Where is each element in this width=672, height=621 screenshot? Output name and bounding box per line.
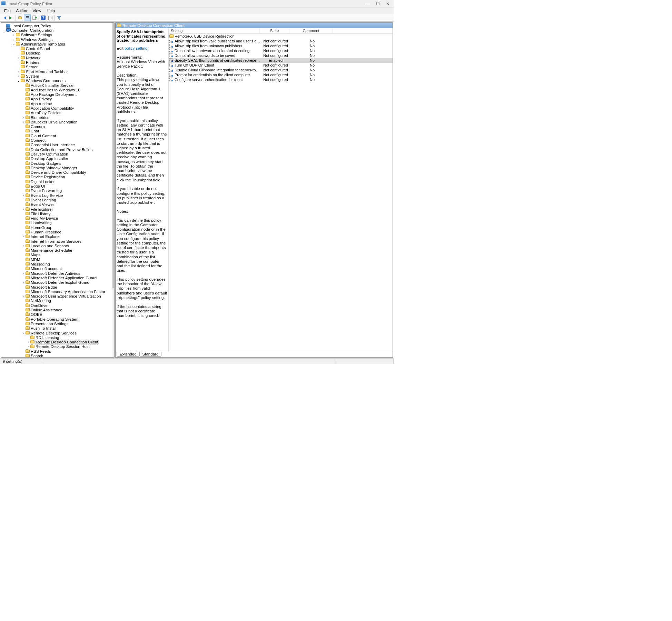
tree-item[interactable]: Maps bbox=[1, 253, 114, 257]
tree-item[interactable]: ›Windows Settings bbox=[1, 37, 114, 42]
chevron-right-icon[interactable]: › bbox=[12, 38, 16, 41]
tree-item[interactable]: Human Presence bbox=[1, 230, 114, 234]
chevron-right-icon[interactable]: › bbox=[26, 340, 30, 344]
tree-item[interactable]: Presentation Settings bbox=[1, 321, 114, 326]
chevron-right-icon[interactable]: › bbox=[26, 345, 30, 348]
forward-button[interactable] bbox=[8, 14, 15, 21]
titlebar[interactable]: Local Group Policy Editor — ☐ ✕ bbox=[0, 0, 394, 8]
help-button[interactable]: ? bbox=[40, 14, 47, 21]
tree-item[interactable]: Control Panel bbox=[1, 46, 114, 51]
tree-item[interactable]: Microsoft Defender Application Guard bbox=[1, 276, 114, 280]
list-row[interactable]: Disable Cloud Clipboard integration for … bbox=[169, 68, 393, 72]
close-button[interactable]: ✕ bbox=[386, 1, 389, 6]
tree-item[interactable]: File History bbox=[1, 211, 114, 216]
tree-item[interactable]: ⌄Windows Components bbox=[1, 79, 114, 83]
list-row[interactable]: Configure server authentication for clie… bbox=[169, 77, 393, 82]
menu-view[interactable]: View bbox=[30, 8, 44, 13]
menu-file[interactable]: File bbox=[1, 8, 13, 13]
chevron-down-icon[interactable]: ⌄ bbox=[21, 331, 26, 335]
up-button[interactable] bbox=[17, 14, 23, 21]
tree-item[interactable]: ⌄Remote Desktop Services bbox=[1, 331, 114, 335]
col-state[interactable]: State bbox=[260, 28, 289, 33]
tree-item[interactable]: ›Remote Desktop Connection Client bbox=[1, 340, 114, 344]
tree-item[interactable]: Event Viewer bbox=[1, 202, 114, 207]
tree-item[interactable]: Event Logging bbox=[1, 198, 114, 202]
chevron-down-icon[interactable]: ⌄ bbox=[17, 79, 21, 82]
tree-item[interactable]: Printers bbox=[1, 60, 114, 64]
list-row[interactable]: Prompt for credentials on the client com… bbox=[169, 72, 393, 77]
tree-item[interactable]: App Package Deployment bbox=[1, 92, 114, 97]
chevron-down-icon[interactable]: ⌄ bbox=[2, 29, 6, 32]
tree-item[interactable]: Data Collection and Preview Builds bbox=[1, 147, 114, 152]
properties-button[interactable] bbox=[47, 14, 54, 21]
tree-item[interactable]: ›Microsoft User Experience Virtualizatio… bbox=[1, 294, 114, 299]
chevron-right-icon[interactable]: › bbox=[21, 235, 26, 238]
menu-help[interactable]: Help bbox=[44, 8, 58, 13]
tree-item[interactable]: Cloud Content bbox=[1, 133, 114, 138]
tree-item[interactable]: Maintenance Scheduler bbox=[1, 248, 114, 253]
tree-item[interactable]: Microsoft Secondary Authentication Facto… bbox=[1, 289, 114, 294]
maximize-button[interactable]: ☐ bbox=[376, 1, 380, 6]
tree-item[interactable]: ›Event Log Service bbox=[1, 193, 114, 198]
tree-item[interactable]: ›Network bbox=[1, 56, 114, 60]
tree-item[interactable]: OneDrive bbox=[1, 303, 114, 308]
list-row[interactable]: Allow .rdp files from valid publishers a… bbox=[169, 39, 393, 43]
tree-item[interactable]: Desktop App Installer bbox=[1, 157, 114, 161]
tree-item[interactable]: ›Microsoft Defender Exploit Guard bbox=[1, 280, 114, 285]
tree-item[interactable]: Device Registration bbox=[1, 175, 114, 179]
chevron-right-icon[interactable]: › bbox=[12, 33, 16, 37]
tree-item[interactable]: Find My Device bbox=[1, 216, 114, 220]
show-hide-button[interactable]: ☰ bbox=[24, 14, 31, 21]
back-button[interactable] bbox=[1, 14, 8, 21]
chevron-right-icon[interactable]: › bbox=[21, 194, 26, 197]
tab-standard[interactable]: Standard bbox=[139, 352, 162, 357]
tree-item[interactable]: Server bbox=[1, 65, 114, 69]
tree-item[interactable]: ›Location and Sensors bbox=[1, 243, 114, 248]
tree-pane[interactable]: Local Computer Policy⌄Computer Configura… bbox=[1, 22, 115, 358]
tree-item[interactable]: Online Assistance bbox=[1, 308, 114, 312]
col-setting[interactable]: Setting bbox=[169, 28, 260, 33]
tree-item[interactable]: Desktop Window Manager bbox=[1, 166, 114, 170]
tree-item[interactable]: ActiveX Installer Service bbox=[1, 83, 114, 88]
tree-item[interactable]: ›Microsoft Defender Antivirus bbox=[1, 271, 114, 276]
tree-item[interactable]: NetMeeting bbox=[1, 299, 114, 303]
tree-item[interactable]: ›Start Menu and Taskbar bbox=[1, 69, 114, 74]
list-body[interactable]: RemoteFX USB Device RedirectionAllow .rd… bbox=[169, 34, 393, 352]
tree-item[interactable]: ›Internet Explorer bbox=[1, 234, 114, 239]
tree-item[interactable]: Delivery Optimization bbox=[1, 152, 114, 156]
col-comment[interactable]: Comment bbox=[289, 28, 333, 33]
chevron-right-icon[interactable]: › bbox=[17, 56, 21, 60]
list-row[interactable]: Do not allow hardware accelerated decodi… bbox=[169, 48, 393, 53]
chevron-right-icon[interactable]: › bbox=[21, 208, 26, 211]
tree-item[interactable]: Credential User Interface bbox=[1, 143, 114, 147]
list-row[interactable]: Turn Off UDP On ClientNot configuredNo bbox=[169, 63, 393, 68]
tree-item[interactable]: Event Forwarding bbox=[1, 189, 114, 193]
tree-item[interactable]: Connect bbox=[1, 138, 114, 142]
tree-item[interactable]: Messaging bbox=[1, 262, 114, 266]
chevron-right-icon[interactable]: › bbox=[21, 281, 26, 284]
tree-item[interactable]: Application Compatibility bbox=[1, 106, 114, 110]
tree-item[interactable]: ⌄Administrative Templates bbox=[1, 42, 114, 46]
tree-item[interactable]: ›System bbox=[1, 74, 114, 78]
tree-item[interactable]: Desktop bbox=[1, 51, 114, 56]
export-button[interactable] bbox=[31, 14, 38, 21]
tree-item[interactable]: OOBE bbox=[1, 312, 114, 317]
chevron-right-icon[interactable]: › bbox=[21, 120, 26, 124]
tree-item[interactable]: Edge UI bbox=[1, 184, 114, 188]
menu-action[interactable]: Action bbox=[13, 8, 30, 13]
tree-item[interactable]: Camera bbox=[1, 124, 114, 129]
tree-item[interactable]: RSS Feeds bbox=[1, 349, 114, 353]
chevron-right-icon[interactable]: › bbox=[17, 70, 21, 73]
list-row[interactable]: Do not allow passwords to be savedNot co… bbox=[169, 53, 393, 58]
chevron-right-icon[interactable]: › bbox=[21, 294, 26, 298]
list-row[interactable]: Allow .rdp files from unknown publishers… bbox=[169, 43, 393, 48]
chevron-down-icon[interactable]: ⌄ bbox=[12, 42, 16, 46]
tree-item[interactable]: Digital Locker bbox=[1, 179, 114, 184]
list-row[interactable]: RemoteFX USB Device Redirection bbox=[169, 34, 393, 39]
tree-item[interactable]: Push To Install bbox=[1, 326, 114, 331]
tree-item[interactable]: Chat bbox=[1, 129, 114, 133]
edit-policy-link[interactable]: policy setting. bbox=[125, 46, 149, 50]
tree-item[interactable]: Microsoft account bbox=[1, 267, 114, 271]
tree-item[interactable]: Internet Information Services bbox=[1, 239, 114, 243]
list-row[interactable]: Specify SHA1 thumbprints of certificates… bbox=[169, 58, 393, 63]
